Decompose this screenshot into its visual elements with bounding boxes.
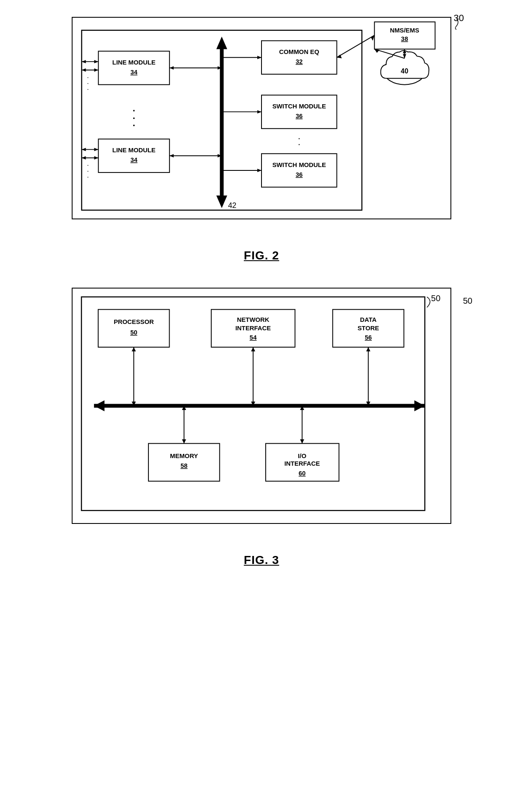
svg-rect-50 bbox=[262, 95, 337, 128]
svg-rect-77 bbox=[98, 310, 170, 347]
svg-text:42: 42 bbox=[228, 201, 237, 210]
svg-text:·: · bbox=[298, 139, 300, 149]
fig3-caption: FIG. 3 bbox=[244, 553, 279, 567]
svg-text:34: 34 bbox=[130, 156, 137, 163]
svg-text:36: 36 bbox=[296, 171, 303, 178]
fig3-wrapper: 50 PROCESSOR 50 NETWORK INTERFACE 54 DAT… bbox=[25, 288, 498, 567]
svg-rect-16 bbox=[98, 51, 170, 84]
svg-marker-74 bbox=[375, 49, 380, 53]
svg-text:MEMORY: MEMORY bbox=[170, 453, 198, 459]
svg-text:COMMON EQ: COMMON EQ bbox=[279, 49, 319, 55]
svg-text:LINE MODULE: LINE MODULE bbox=[112, 147, 155, 154]
svg-text:60: 60 bbox=[299, 470, 306, 477]
svg-text:SWITCH MODULE: SWITCH MODULE bbox=[272, 162, 326, 168]
svg-text:54: 54 bbox=[250, 334, 257, 341]
svg-text:56: 56 bbox=[365, 334, 372, 341]
svg-text:34: 34 bbox=[130, 69, 137, 76]
fig2-wrapper: 30 NMS/EMS 38 bbox=[25, 17, 498, 262]
svg-rect-55 bbox=[262, 154, 337, 187]
svg-text:50: 50 bbox=[130, 329, 137, 336]
svg-text:LINE MODULE: LINE MODULE bbox=[112, 59, 155, 66]
fig3-diagram: 50 PROCESSOR 50 NETWORK INTERFACE 54 DAT… bbox=[72, 288, 451, 524]
fig2-diagram: NMS/EMS 38 40 bbox=[72, 17, 451, 219]
svg-text:36: 36 bbox=[296, 113, 303, 119]
svg-text:STORE: STORE bbox=[358, 325, 379, 332]
svg-rect-47 bbox=[262, 41, 337, 74]
svg-text:NETWORK: NETWORK bbox=[237, 316, 270, 323]
svg-text:PROCESSOR: PROCESSOR bbox=[114, 318, 154, 325]
fig3-ref-number: 50 bbox=[463, 296, 472, 306]
svg-text:SWITCH MODULE: SWITCH MODULE bbox=[272, 103, 326, 110]
svg-text:·: · bbox=[87, 173, 89, 181]
svg-text:50: 50 bbox=[431, 294, 440, 303]
svg-text:INTERFACE: INTERFACE bbox=[235, 325, 271, 332]
svg-text:40: 40 bbox=[401, 67, 408, 75]
svg-text:NMS/EMS: NMS/EMS bbox=[390, 27, 419, 34]
svg-text:I/O: I/O bbox=[298, 453, 306, 459]
svg-text:DATA: DATA bbox=[360, 316, 377, 323]
svg-text:32: 32 bbox=[296, 58, 303, 65]
svg-text:58: 58 bbox=[181, 462, 188, 469]
svg-text:·: · bbox=[133, 120, 135, 131]
svg-text:INTERFACE: INTERFACE bbox=[284, 460, 320, 467]
svg-text:38: 38 bbox=[401, 35, 408, 42]
fig2-caption: FIG. 2 bbox=[244, 249, 279, 262]
svg-rect-22 bbox=[98, 139, 170, 173]
svg-text:·: · bbox=[87, 86, 89, 93]
